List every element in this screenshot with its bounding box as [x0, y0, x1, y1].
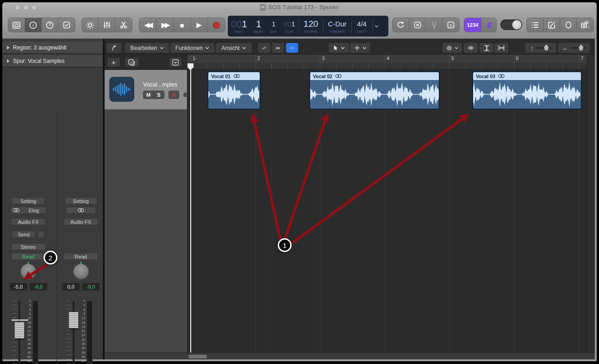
flex-button[interactable]: [272, 43, 284, 53]
fader-track[interactable]: [73, 301, 75, 364]
lcd-options-button[interactable]: [373, 16, 382, 37]
track-header-vocal-samples[interactable]: Vocal...mples M S R: [105, 70, 187, 110]
add-track-button[interactable]: +: [107, 58, 120, 67]
send-knob[interactable]: [37, 231, 44, 238]
output-button[interactable]: Stereo: [11, 243, 45, 250]
main-toolbar: i ? ◀◀ ▶▶ ■ ▶: [2, 13, 597, 39]
stereo-icon: [233, 74, 240, 78]
horizontal-zoom-slider[interactable]: ↔: [558, 43, 590, 53]
secondary-tool-button[interactable]: [350, 43, 370, 53]
lcd-key[interactable]: C-Dur TONART: [324, 16, 351, 37]
forward-button[interactable]: ▶▶: [156, 18, 174, 32]
volume-value[interactable]: -9,0: [82, 283, 100, 290]
vertical-zoom-slider[interactable]: ↕: [525, 43, 556, 53]
mode-group: S: [393, 18, 459, 32]
toolbar-toggle-button[interactable]: [82, 18, 99, 32]
lcd-tempo[interactable]: 120 TEMPO: [299, 16, 323, 37]
vertical-scrollbar-lane[interactable]: [587, 55, 595, 352]
volume-value[interactable]: -9,0: [30, 283, 47, 290]
mixer-button[interactable]: [99, 18, 115, 32]
stop-button[interactable]: ■: [174, 18, 191, 32]
list-editors-button[interactable]: [527, 18, 543, 32]
metronome-button[interactable]: [481, 18, 496, 32]
audio-fx-button[interactable]: Audio FX: [64, 218, 98, 225]
track-record-button[interactable]: R: [168, 91, 179, 99]
region-inspector-header[interactable]: Region: 3 ausgewählt: [2, 42, 103, 54]
pointer-tool-button[interactable]: [329, 43, 349, 53]
quick-help-button[interactable]: ?: [42, 18, 58, 32]
input-button[interactable]: Eing: [10, 207, 46, 214]
track-header-config-button[interactable]: [169, 58, 181, 67]
tracklist-header: + +: [105, 55, 187, 70]
edit-note-icon: [548, 21, 555, 29]
track-inspector-header[interactable]: Spur: Vocal Samples: [2, 55, 103, 68]
scrollbar-thumb[interactable]: [188, 355, 207, 358]
zoom-slider-thumb[interactable]: [544, 44, 549, 50]
region-vocal-01[interactable]: Vocal 01: [207, 71, 261, 110]
pan-value[interactable]: 0,0: [62, 283, 80, 290]
vertical-auto-zoom-button[interactable]: [480, 43, 493, 53]
meter-scale: 03691215182124303540455060: [24, 299, 31, 364]
settings-menu-button[interactable]: [443, 43, 462, 53]
loop-browser-button[interactable]: [560, 18, 577, 32]
horizontal-scrollbar[interactable]: [105, 352, 595, 359]
rewind-button[interactable]: ◀◀: [139, 18, 156, 32]
checklist-button[interactable]: [58, 18, 75, 32]
volume-knob[interactable]: [512, 20, 522, 30]
snap-mode-button[interactable]: [286, 43, 298, 53]
region-vocal-02[interactable]: Vocal 02: [309, 71, 440, 110]
zoom-slider-thumb[interactable]: [579, 44, 583, 50]
volume-fader[interactable]: [69, 312, 79, 328]
horizontal-fit-button[interactable]: [494, 43, 508, 53]
cut-button[interactable]: [115, 18, 132, 32]
inspector-button[interactable]: i: [25, 18, 42, 32]
note-pads-button[interactable]: [543, 18, 560, 32]
play-button[interactable]: ▶: [191, 18, 208, 32]
up-arrow-icon: [111, 45, 117, 51]
waveform-zoom-button[interactable]: [464, 43, 478, 53]
lcd-display[interactable]: 001 TAKT 1 BEAT 1 DIV 001 TICK 120 TEMPO: [228, 16, 388, 37]
automation-mode-button[interactable]: Read: [11, 253, 45, 260]
send-button[interactable]: Send: [12, 231, 35, 238]
pan-knob[interactable]: [73, 263, 89, 280]
automation-button[interactable]: [258, 43, 270, 53]
master-volume-slider[interactable]: [500, 19, 522, 30]
view-menu[interactable]: Ansicht: [216, 43, 252, 53]
back-button[interactable]: [106, 43, 121, 53]
audio-fx-button[interactable]: Audio FX: [11, 218, 45, 225]
duplicate-track-button[interactable]: +: [125, 58, 138, 67]
setting-button[interactable]: Setting: [12, 197, 44, 204]
zoom-slider-track[interactable]: [570, 47, 586, 49]
cycle-button[interactable]: [393, 18, 409, 32]
pan-value[interactable]: -5,0: [10, 283, 27, 290]
edit-menu[interactable]: Bearbeiten: [125, 43, 169, 53]
chevron-down-icon: [455, 46, 458, 50]
arrange-lanes[interactable]: [187, 70, 587, 352]
solo-mode-button[interactable]: S: [443, 18, 459, 32]
volume-fader[interactable]: [14, 322, 25, 339]
record-button[interactable]: [208, 18, 225, 32]
pan-knob[interactable]: [20, 263, 37, 280]
setting-button[interactable]: Setting: [65, 197, 97, 204]
track-name[interactable]: Vocal...mples: [143, 81, 177, 88]
flex-icon: [275, 45, 280, 51]
track-mute-button[interactable]: M: [143, 91, 154, 99]
meter-scale-value: 3: [83, 303, 85, 307]
chevron-down-icon: [160, 46, 164, 50]
meter-scale-value: 12: [27, 316, 31, 320]
zoom-slider-track[interactable]: [536, 47, 551, 49]
library-button[interactable]: [8, 18, 25, 32]
timeline-ruler[interactable]: 1234567: [187, 55, 595, 70]
count-in-button[interactable]: 1234: [464, 18, 481, 32]
region-vocal-03[interactable]: Vocal 03: [472, 71, 582, 110]
lcd-time-signature[interactable]: 4/4 TAKT: [352, 16, 372, 37]
media-browser-button[interactable]: ♪: [577, 18, 593, 32]
stereo-format-button[interactable]: [66, 207, 96, 214]
automation-mode-button[interactable]: Read: [64, 253, 98, 260]
track-list: Vocal...mples M S R: [105, 70, 187, 352]
functions-menu[interactable]: Funktionen: [170, 43, 214, 53]
svg-text:S: S: [449, 23, 452, 28]
tuner-button[interactable]: [426, 18, 443, 32]
track-solo-button[interactable]: S: [154, 91, 164, 99]
autopunch-button[interactable]: [409, 18, 426, 32]
